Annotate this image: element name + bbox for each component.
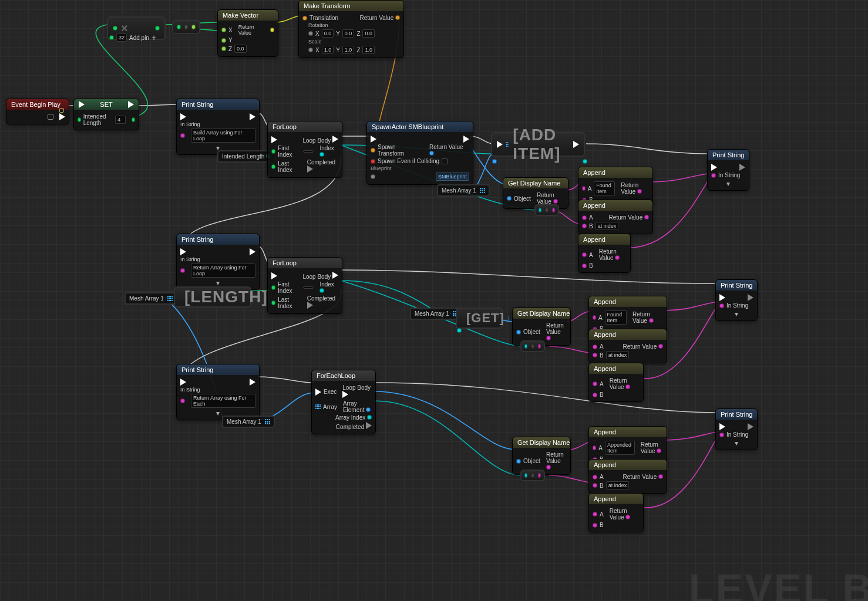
in-a-pin[interactable] [113,26,117,31]
return-pin[interactable] [270,28,274,32]
array-in-pin[interactable] [506,142,509,147]
array-pin-icon[interactable] [480,188,485,193]
mv-title: Make Vector [218,10,278,21]
forloop-2-node[interactable]: ForLoop Loop Body First Index Index Last… [267,257,342,314]
reroute-3[interactable] [520,470,545,481]
make-vector-node[interactable]: Make Vector XReturn Value Y Z 0.0 [217,9,278,57]
add-item-node[interactable]: [ADD ITEM] [491,132,585,157]
var-name: Intended Length [83,113,109,126]
value-input[interactable]: 4 [115,116,126,124]
ps1-title: Print String [177,99,259,110]
event-begin-play-node[interactable]: Event Begin Play [6,99,69,124]
level-blueprint-watermark: LEVEL B [689,566,868,601]
append-3c[interactable]: Append AReturn Value B [588,493,644,532]
multiply-addpin-row[interactable]: 32 Add pin + [109,33,156,42]
addpin-plus-icon[interactable]: + [152,33,156,42]
append-3b[interactable]: Append AReturn Value B at index [588,459,667,494]
forloop-1-node[interactable]: ForLoop Loop Body First Index Index Last… [267,121,342,178]
print-string-3-node[interactable]: Print String In String Return Array usin… [176,364,260,420]
out-pin[interactable] [132,117,135,122]
delegate-pin[interactable] [48,114,53,120]
return-pin[interactable] [395,15,400,20]
print-side-1[interactable]: Print String In String ▾ [707,149,749,191]
event-title: Event Begin Play [6,99,69,110]
exec-in[interactable] [79,101,85,108]
mesh-array-1-var-b[interactable]: Mesh Array 1 [125,292,177,305]
int-to-float-node[interactable] [172,20,200,34]
print-side-3[interactable]: Print String In String ▾ [715,408,758,450]
blueprint-select[interactable]: SMBlueprint [436,173,469,181]
ps1-input[interactable]: Build Array using For Loop [191,129,255,143]
z-input[interactable]: 0.0 [234,45,247,53]
foreachloop-node[interactable]: ForEachLoop ExecLoop Body ArrayArray Ele… [311,370,376,434]
addpin-label: Add pin [129,35,149,41]
append-1c[interactable]: Append AReturn Value B [578,234,631,273]
append-2b[interactable]: Append AReturn Value B at index [588,329,667,363]
print-side-2[interactable]: Print String In String ▾ [715,279,758,321]
exec-out[interactable] [128,101,134,108]
mesh-array-1-var-c[interactable]: Mesh Array 1 [410,308,463,320]
collide-checkbox[interactable] [442,158,448,164]
reroute-1[interactable] [534,204,559,216]
exec-out[interactable] [59,113,65,120]
length-node[interactable]: [LENGTH] [174,286,251,308]
reroute-2[interactable] [520,340,545,352]
print-string-1-node[interactable]: Print String In String Build Array using… [176,99,260,155]
multiply-value-input[interactable]: 32 [116,33,127,42]
spawn-actor-node[interactable]: SpawnActor SMBlueprint Spawn TransformRe… [366,121,473,185]
print-string-2-node[interactable]: Print String In String Return Array usin… [176,234,260,290]
get-node[interactable]: [GET] [456,308,503,329]
set-intended-length-node[interactable]: SET Intended Length 4 [73,99,139,130]
append-2c[interactable]: Append AReturn Value B [588,363,644,402]
append-1b[interactable]: Append AReturn Value B at index [578,200,653,234]
mesh-array-1-var-a[interactable]: Mesh Array 1 [437,184,490,197]
mesh-array-1-var-d[interactable]: Mesh Array 1 [222,416,275,428]
out-pin[interactable] [155,26,160,31]
set-title: SET [100,101,112,108]
make-transform-node[interactable]: Make Transform TranslationReturn Value R… [298,0,404,58]
mt-title: Make Transform [299,1,403,11]
